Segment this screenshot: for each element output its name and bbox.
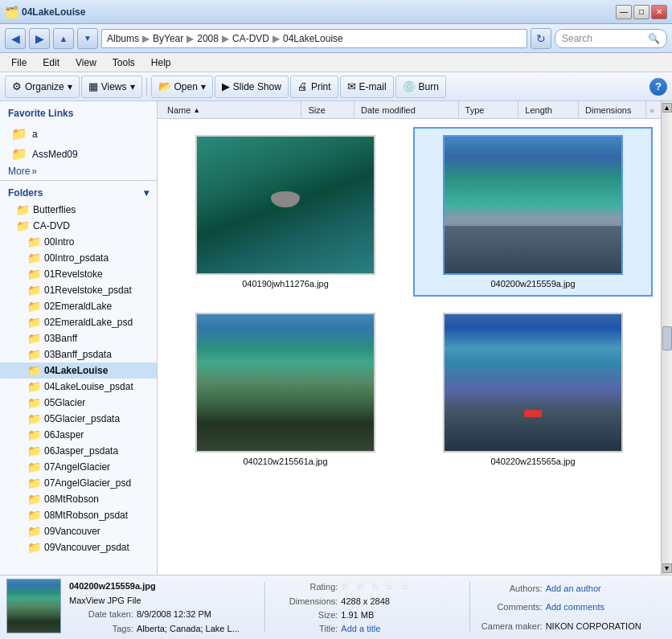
back-button[interactable]: ◀ — [5, 28, 26, 49]
col-header-size[interactable]: Size — [301, 101, 354, 118]
menu-file[interactable]: File — [5, 55, 33, 70]
col-header-dimensions[interactable]: Dimensions — [579, 101, 646, 118]
col-expand-button[interactable]: » — [646, 105, 658, 115]
folder-09vancouver-psdat[interactable]: 📁 09Vancouver_psdat — [0, 539, 157, 555]
col-length-label: Length — [525, 105, 552, 115]
maximize-button[interactable]: □ — [633, 5, 649, 19]
folder-02emeraldlake[interactable]: 📁 02EmeraldLake — [0, 298, 157, 314]
thumb-item-2[interactable]: 040200w215559a.jpg — [413, 127, 653, 297]
scroll-thumb[interactable] — [662, 326, 672, 350]
folder-07angelglacier[interactable]: 📁 07AngelGlacier — [0, 459, 157, 475]
folder-04lakelouise-psdat[interactable]: 📁 04LakeLouise_psdat — [0, 379, 157, 395]
help-button[interactable]: ? — [649, 78, 667, 96]
folder-03banff-psdata[interactable]: 📁 03Banff_psdata — [0, 346, 157, 363]
scrollbar[interactable]: ▲ ▼ — [661, 101, 672, 575]
forward-button[interactable]: ▶ — [29, 28, 50, 49]
scroll-down-button[interactable]: ▼ — [662, 563, 672, 573]
up-button[interactable]: ▲ — [53, 28, 74, 49]
slideshow-label: Slide Show — [233, 81, 281, 92]
print-label: Print — [311, 81, 331, 92]
folder-icon-02emeraldlake-psd: 📁 — [27, 316, 41, 329]
status-filetype-row: MaxView JPG File — [69, 596, 256, 605]
folder-00intro[interactable]: 📁 00Intro — [0, 234, 157, 250]
folder-butterflies[interactable]: 📁 Butterflies — [0, 202, 157, 218]
thumb-label-3: 040210w215561a.jpg — [243, 457, 327, 466]
folder-08mtrobson[interactable]: 📁 08MtRobson — [0, 491, 157, 507]
status-authors-add[interactable]: Add an author — [546, 584, 601, 593]
thumb-label-1: 040190jwh11276a.jpg — [242, 279, 329, 289]
col-header-date[interactable]: Date modified — [354, 101, 459, 118]
folder-label-06jasper: 06Jasper — [44, 429, 84, 440]
folders-title[interactable]: Folders ▾ — [0, 184, 157, 202]
window-icon: 🗂️ — [5, 6, 18, 18]
thumb-frame-3 — [195, 313, 375, 453]
folder-05glacier-psdata[interactable]: 📁 05Glacier_psdata — [0, 411, 157, 427]
email-button[interactable]: ✉ E-mail — [340, 76, 394, 98]
folder-05glacier[interactable]: 📁 05Glacier — [0, 395, 157, 411]
search-icon: 🔍 — [648, 33, 660, 44]
col-header-name[interactable]: Name ▲ — [161, 101, 301, 118]
thumb-label-2: 040200w215559a.jpg — [490, 279, 575, 289]
folder-label-08mtrobson-psdat: 08MtRobson_psdat — [44, 510, 128, 521]
thumb-item-3[interactable]: 040210w215561a.jpg — [166, 305, 405, 474]
folder-03banff[interactable]: 📁 03Banff — [0, 330, 157, 346]
folders-arrow: ▾ — [144, 187, 149, 199]
folder-label-07angelglacier-psd: 07AngelGlacier_psd — [44, 477, 131, 489]
menu-help[interactable]: Help — [145, 55, 178, 70]
search-box[interactable]: Search 🔍 — [555, 29, 667, 48]
status-camera: NIKON CORPORATION — [546, 621, 641, 631]
col-header-type[interactable]: Type — [459, 101, 519, 118]
status-comments-add[interactable]: Add comments — [546, 602, 604, 612]
folder-00intro-psdata[interactable]: 📁 00Intro_psdata — [0, 250, 157, 266]
fav-item-assmed09[interactable]: 📁 AssMed09 — [8, 144, 149, 164]
folder-09vancouver[interactable]: 📁 09Vancouver — [0, 523, 157, 539]
folder-08mtrobson-psdat[interactable]: 📁 08MtRobson_psdat — [0, 507, 157, 523]
slideshow-button[interactable]: ▶ Slide Show — [215, 76, 289, 98]
path-sep-2: ▶ — [186, 33, 194, 44]
print-button[interactable]: 🖨 Print — [290, 76, 338, 98]
status-camera-label: Camera maker: — [478, 621, 543, 631]
menu-view[interactable]: View — [69, 55, 103, 70]
status-tags-label: Tags: — [69, 624, 133, 633]
menu-tools[interactable]: Tools — [106, 55, 141, 70]
folder-06jasper[interactable]: 📁 06Jasper — [0, 427, 157, 443]
minimize-button[interactable]: — — [616, 5, 632, 19]
thumb-item-4[interactable]: 040220w215565a.jpg — [413, 305, 653, 474]
folder-02emeraldlake-psd[interactable]: 📁 02EmeraldLake_psd — [0, 314, 157, 330]
fav-label-assmed09: AssMed09 — [32, 149, 78, 160]
col-header-length[interactable]: Length — [518, 101, 579, 118]
fav-item-a[interactable]: 📁 a — [8, 124, 149, 144]
dropdown-button[interactable]: ▼ — [77, 28, 98, 49]
menu-edit[interactable]: Edit — [36, 55, 66, 70]
scroll-up-button[interactable]: ▲ — [662, 103, 672, 113]
favorite-links-title: Favorite Links — [8, 108, 149, 119]
address-path[interactable]: Albums ▶ ByYear ▶ 2008 ▶ CA-DVD ▶ 04Lake… — [101, 29, 527, 48]
close-button[interactable]: ✕ — [651, 5, 667, 19]
folder-icon-07angelglacier-psd: 📁 — [27, 477, 41, 489]
folder-04lakelouise[interactable]: 📁 04LakeLouise — [0, 363, 157, 379]
path-part-cadvd: CA-DVD — [232, 33, 269, 44]
print-icon: 🖨 — [297, 80, 308, 92]
views-button[interactable]: ▦ Views ▾ — [81, 76, 142, 98]
status-datetaken-label: Date taken: — [69, 609, 133, 619]
title-bar-left: 🗂️ 04LakeLouise — [5, 6, 85, 18]
folder-07angelglacier-psd[interactable]: 📁 07AngelGlacier_psd — [0, 475, 157, 491]
folder-01revelstoke[interactable]: 📁 01Revelstoke — [0, 266, 157, 282]
more-link[interactable]: More » — [8, 166, 149, 177]
folder-cadvd[interactable]: 📁 CA-DVD — [0, 218, 157, 234]
folder-06jasper-psdata[interactable]: 📁 06Jasper_psdata — [0, 443, 157, 459]
path-part-albums: Albums — [107, 33, 139, 44]
thumb-item-1[interactable]: 040190jwh11276a.jpg — [166, 127, 405, 297]
folder-label-07angelglacier: 07AngelGlacier — [44, 461, 110, 473]
burn-button[interactable]: 💿 Burn — [395, 76, 446, 98]
status-title-add[interactable]: Add a title — [341, 624, 380, 633]
folder-label-03banff-psdata: 03Banff_psdata — [44, 349, 112, 360]
status-title-row: Title: Add a title — [273, 624, 461, 633]
status-rating-stars[interactable]: ☆ ☆ ☆ ☆ ☆ — [341, 581, 410, 592]
folder-01revelstoke-psdat[interactable]: 📁 01Revelstoke_psdat — [0, 282, 157, 298]
organize-button[interactable]: ⚙ Organize ▾ — [5, 76, 80, 98]
status-camera-row: Camera maker: NIKON CORPORATION — [478, 621, 666, 631]
folder-label-08mtrobson: 08MtRobson — [44, 494, 99, 505]
refresh-button[interactable]: ↻ — [531, 28, 551, 49]
open-button[interactable]: 📂 Open ▾ — [151, 76, 213, 98]
